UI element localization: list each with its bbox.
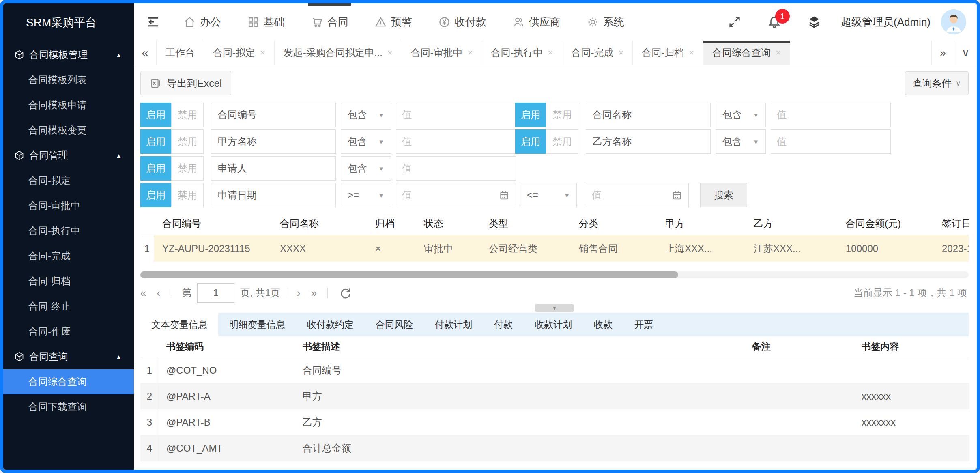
enable-toggle[interactable]: 启用 xyxy=(140,103,171,127)
filter-value-input[interactable] xyxy=(777,136,885,147)
disable-toggle[interactable]: 禁用 xyxy=(171,183,204,207)
sidebar-item-contract-terminated[interactable]: 合同-终止 xyxy=(3,294,134,319)
tab-contract-finished[interactable]: 合同-完成× xyxy=(562,41,633,65)
col-status[interactable]: 状态 xyxy=(416,217,481,230)
page-number-input[interactable] xyxy=(197,283,234,303)
filter-value-input[interactable] xyxy=(402,109,510,120)
disable-toggle[interactable]: 禁用 xyxy=(546,103,578,127)
user-name[interactable]: 超级管理员(Admin) xyxy=(841,15,931,29)
col-note[interactable]: 备注 xyxy=(745,336,854,357)
close-icon[interactable]: × xyxy=(689,47,694,58)
export-excel-button[interactable]: 导出到Excel xyxy=(140,71,231,95)
sidebar-item-contract-voided[interactable]: 合同-作废 xyxy=(3,319,134,344)
sidebar-item-contract-combined-query[interactable]: 合同综合查询 xyxy=(3,369,134,394)
tabs-scroll-right-icon[interactable]: » xyxy=(931,41,954,65)
filter-value-input[interactable] xyxy=(402,136,510,147)
sidebar-item-template-list[interactable]: 合同模板列表 xyxy=(3,67,134,92)
col-category[interactable]: 分类 xyxy=(571,217,657,230)
operator-select[interactable]: >=▼ xyxy=(341,183,391,207)
col-amount[interactable]: 合同金额(元) xyxy=(838,217,934,230)
sidebar-item-contract-download-query[interactable]: 合同下载查询 xyxy=(3,394,134,419)
close-icon[interactable]: × xyxy=(548,47,553,58)
detail-tab-detail-variables[interactable]: 明细变量信息 xyxy=(218,313,296,336)
close-icon[interactable]: × xyxy=(387,47,393,58)
enable-toggle[interactable]: 启用 xyxy=(140,183,171,207)
layers-icon[interactable] xyxy=(806,14,822,30)
nav-item-payments[interactable]: 收付款 xyxy=(438,3,486,41)
operator-select[interactable]: 包含▼ xyxy=(716,103,766,127)
detail-tab-invoicing[interactable]: 开票 xyxy=(623,313,664,336)
tabs-menu-icon[interactable]: ∨ xyxy=(954,41,977,65)
detail-tab-contract-risk[interactable]: 合同风险 xyxy=(365,313,424,336)
sidebar-item-contract-approving[interactable]: 合同-审批中 xyxy=(3,193,134,218)
filter-field-apply-date[interactable] xyxy=(211,183,336,207)
enable-toggle[interactable]: 启用 xyxy=(140,156,171,181)
detail-tab-receipt-plan[interactable]: 收款计划 xyxy=(524,313,583,336)
nav-item-system[interactable]: 系统 xyxy=(587,3,624,41)
bookmark-row[interactable]: 4 @COT_AMT 合计总金额 xyxy=(140,435,969,461)
filter-value-input[interactable] xyxy=(402,163,510,174)
col-archived[interactable]: 归档 xyxy=(367,217,416,230)
last-page-icon[interactable]: » xyxy=(311,287,317,299)
disable-toggle[interactable]: 禁用 xyxy=(171,156,204,181)
filter-field-party-a[interactable] xyxy=(211,129,336,154)
prev-page-icon[interactable]: ‹ xyxy=(157,287,160,299)
query-conditions-button[interactable]: 查询条件 ∨ xyxy=(905,71,969,95)
close-icon[interactable]: × xyxy=(260,47,265,58)
tab-contract-draft[interactable]: 合同-拟定× xyxy=(204,41,275,65)
disable-toggle[interactable]: 禁用 xyxy=(171,129,204,154)
disable-toggle[interactable]: 禁用 xyxy=(171,103,204,127)
detail-tab-payment-plan[interactable]: 付款计划 xyxy=(424,313,483,336)
col-sign-date[interactable]: 签订日 xyxy=(934,217,969,230)
tab-workbench[interactable]: 工作台 xyxy=(157,41,204,65)
panel-collapse-handle[interactable]: ▼ xyxy=(535,304,574,312)
nav-item-office[interactable]: 办公 xyxy=(183,3,221,41)
sidebar-group-contract-mgmt[interactable]: 合同管理 ▲ xyxy=(3,143,134,168)
col-contract-no[interactable]: 合同编号 xyxy=(154,217,272,230)
bookmark-row[interactable]: 3 @PART-B 乙方 xxxxxxx xyxy=(140,409,969,435)
horizontal-scrollbar-thumb[interactable] xyxy=(140,271,678,278)
sidebar-item-contract-executing[interactable]: 合同-执行中 xyxy=(3,218,134,243)
date-to-input[interactable] xyxy=(592,189,668,201)
enable-toggle[interactable]: 启用 xyxy=(515,103,546,127)
sidebar-group-contract-template[interactable]: 合同模板管理 ▲ xyxy=(3,42,134,67)
first-page-icon[interactable]: « xyxy=(140,287,146,299)
fullscreen-icon[interactable] xyxy=(726,14,743,30)
tab-contract-combined-query[interactable]: 合同综合查询× xyxy=(703,41,790,65)
sidebar-item-template-apply[interactable]: 合同模板申请 xyxy=(3,92,134,118)
close-icon[interactable]: × xyxy=(468,47,473,58)
contract-table-row[interactable]: 1 YZ-AUPU-20231115 XXXX × 审批中 公司经营类 销售合同… xyxy=(140,235,969,262)
sidebar-item-contract-finished[interactable]: 合同-完成 xyxy=(3,243,134,269)
nav-item-basic[interactable]: 基础 xyxy=(247,3,285,41)
sidebar-item-contract-archived[interactable]: 合同-归档 xyxy=(3,269,134,294)
filter-field-contract-name[interactable] xyxy=(586,103,711,127)
operator-select[interactable]: 包含▼ xyxy=(341,103,391,127)
detail-tab-text-variables[interactable]: 文本变量信息 xyxy=(140,313,218,336)
search-button[interactable]: 搜索 xyxy=(700,183,747,207)
close-icon[interactable]: × xyxy=(618,47,623,58)
disable-toggle[interactable]: 禁用 xyxy=(546,129,578,154)
tab-contract-executing[interactable]: 合同-执行中× xyxy=(482,41,563,65)
operator-select[interactable]: <=▼ xyxy=(520,183,577,207)
operator-select[interactable]: 包含▼ xyxy=(341,129,391,154)
operator-select[interactable]: 包含▼ xyxy=(716,129,766,154)
tabs-scroll-left-icon[interactable]: « xyxy=(134,41,157,65)
operator-select[interactable]: 包含▼ xyxy=(341,156,391,181)
col-party-b[interactable]: 乙方 xyxy=(746,217,838,230)
close-icon[interactable]: × xyxy=(776,47,781,58)
refresh-icon[interactable] xyxy=(338,286,352,300)
detail-tab-payment-terms[interactable]: 收付款约定 xyxy=(296,313,365,336)
enable-toggle[interactable]: 启用 xyxy=(140,129,171,154)
tab-contract-archived[interactable]: 合同-归档× xyxy=(633,41,703,65)
calendar-icon[interactable] xyxy=(671,189,683,201)
filter-field-contract-no[interactable] xyxy=(211,103,336,127)
nav-item-alert[interactable]: 预警 xyxy=(374,3,412,41)
next-page-icon[interactable]: › xyxy=(297,287,301,299)
filter-value-input[interactable] xyxy=(777,109,885,120)
col-party-a[interactable]: 甲方 xyxy=(657,217,746,230)
filter-field-applicant[interactable] xyxy=(211,156,336,181)
sidebar-item-template-change[interactable]: 合同模板变更 xyxy=(3,118,134,143)
avatar[interactable] xyxy=(941,9,966,34)
calendar-icon[interactable] xyxy=(499,189,510,201)
sidebar-collapse-icon[interactable] xyxy=(144,13,162,31)
